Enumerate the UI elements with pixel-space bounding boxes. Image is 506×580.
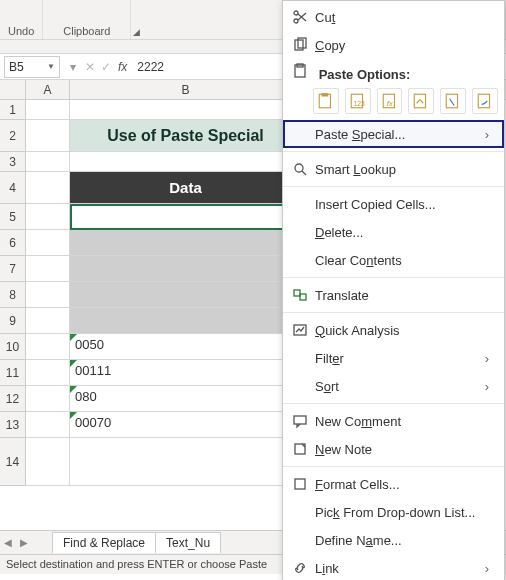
select-all-corner[interactable] xyxy=(0,80,26,99)
menu-label: Define Name... xyxy=(315,533,494,548)
paste-transpose-button[interactable] xyxy=(408,88,434,114)
menu-new-comment[interactable]: New Comment xyxy=(283,407,504,435)
tab-nav-prev-icon[interactable]: ◀ xyxy=(0,537,16,548)
menu-format-cells[interactable]: Format Cells... xyxy=(283,470,504,498)
svg-rect-12 xyxy=(415,94,426,108)
menu-cut[interactable]: Cut xyxy=(283,3,504,31)
menu-label: Delete... xyxy=(315,225,494,240)
menu-paste-special[interactable]: Paste Special... › xyxy=(283,120,504,148)
menu-delete[interactable]: Delete... xyxy=(283,218,504,246)
cell[interactable] xyxy=(70,152,302,172)
row-header[interactable]: 3 xyxy=(0,152,26,172)
menu-translate[interactable]: Translate xyxy=(283,281,504,309)
paste-values-button[interactable]: 123 xyxy=(345,88,371,114)
cell[interactable] xyxy=(26,230,70,256)
table-header-cell[interactable]: Data xyxy=(70,172,302,204)
menu-label: Cut xyxy=(315,10,494,25)
chevron-right-icon: › xyxy=(480,351,494,366)
menu-sort[interactable]: Sort › xyxy=(283,372,504,400)
dialog-launcher-icon[interactable]: ◢ xyxy=(131,27,142,37)
svg-rect-16 xyxy=(294,290,300,296)
row-header[interactable]: 12 xyxy=(0,386,26,412)
svg-rect-13 xyxy=(446,94,457,108)
context-menu: Cut Copy Paste Options: 123 fx Paste Spe… xyxy=(282,0,505,580)
row-header[interactable]: 8 xyxy=(0,282,26,308)
note-icon xyxy=(289,441,311,457)
menu-filter[interactable]: Filter › xyxy=(283,344,504,372)
paste-formulas-button[interactable]: fx xyxy=(377,88,403,114)
cell[interactable] xyxy=(26,412,70,438)
title-cell[interactable]: Use of Paste Special xyxy=(70,120,302,152)
menu-quick-analysis[interactable]: Quick Analysis xyxy=(283,316,504,344)
menu-label: Quick Analysis xyxy=(315,323,494,338)
menu-label: Insert Copied Cells... xyxy=(315,197,494,212)
enter-icon[interactable]: ✓ xyxy=(98,60,114,74)
row-header[interactable]: 10 xyxy=(0,334,26,360)
row-header[interactable]: 11 xyxy=(0,360,26,386)
paste-all-button[interactable] xyxy=(313,88,339,114)
cell[interactable] xyxy=(26,172,70,204)
cell[interactable] xyxy=(70,308,302,334)
menu-pick-list[interactable]: Pick From Drop-down List... xyxy=(283,498,504,526)
chevron-right-icon: › xyxy=(480,127,494,142)
paste-formatting-button[interactable] xyxy=(440,88,466,114)
menu-new-note[interactable]: New Note xyxy=(283,435,504,463)
menu-label: Clear Contents xyxy=(315,253,494,268)
cell[interactable] xyxy=(26,152,70,172)
menu-label: Copy xyxy=(315,38,494,53)
menu-link[interactable]: Link › xyxy=(283,554,504,580)
chevron-down-icon[interactable]: ▼ xyxy=(47,62,55,71)
menu-label: New Comment xyxy=(315,414,494,429)
row-header[interactable]: 1 xyxy=(0,100,26,120)
active-cell[interactable] xyxy=(70,204,302,230)
row-header[interactable]: 6 xyxy=(0,230,26,256)
row-header[interactable]: 7 xyxy=(0,256,26,282)
col-header-a[interactable]: A xyxy=(26,80,70,99)
cancel-icon[interactable]: ✕ xyxy=(82,60,98,74)
cell[interactable] xyxy=(26,308,70,334)
cell[interactable] xyxy=(26,120,70,152)
fx-icon[interactable]: fx xyxy=(114,60,131,74)
tab-text-num[interactable]: Text_Nu xyxy=(155,532,221,553)
ribbon-label-undo: Undo xyxy=(8,25,34,37)
menu-copy[interactable]: Copy xyxy=(283,31,504,59)
row-header[interactable]: 9 xyxy=(0,308,26,334)
cell[interactable] xyxy=(70,100,302,120)
paste-link-button[interactable] xyxy=(472,88,498,114)
row-header[interactable]: 4 xyxy=(0,172,26,204)
cell[interactable] xyxy=(26,256,70,282)
cell[interactable] xyxy=(26,204,70,230)
menu-define-name[interactable]: Define Name... xyxy=(283,526,504,554)
menu-smart-lookup[interactable]: Smart Lookup xyxy=(283,155,504,183)
row-header[interactable]: 14 xyxy=(0,438,26,486)
tab-nav-next-icon[interactable]: ▶ xyxy=(16,537,32,548)
cell[interactable] xyxy=(70,282,302,308)
cell[interactable] xyxy=(26,386,70,412)
col-header-b[interactable]: B xyxy=(70,80,302,99)
name-box[interactable]: B5 ▼ xyxy=(4,56,60,78)
cell[interactable] xyxy=(26,100,70,120)
cell[interactable] xyxy=(70,256,302,282)
row-header[interactable]: 2 xyxy=(0,120,26,152)
cell[interactable] xyxy=(70,438,302,486)
menu-clear-contents[interactable]: Clear Contents xyxy=(283,246,504,274)
svg-point-0 xyxy=(294,19,298,23)
menu-label: Smart Lookup xyxy=(315,162,494,177)
cell[interactable]: 0050 xyxy=(70,334,302,360)
row-header[interactable]: 5 xyxy=(0,204,26,230)
cell[interactable] xyxy=(26,334,70,360)
namebox-history-icon[interactable]: ▾ xyxy=(64,60,82,74)
cell[interactable]: 080 xyxy=(70,386,302,412)
cell[interactable] xyxy=(26,438,70,486)
menu-insert-copied[interactable]: Insert Copied Cells... xyxy=(283,190,504,218)
cell[interactable]: 00111 xyxy=(70,360,302,386)
cell[interactable] xyxy=(26,360,70,386)
paste-options-heading: Paste Options: xyxy=(283,59,504,84)
row-header[interactable]: 13 xyxy=(0,412,26,438)
cell[interactable] xyxy=(70,230,302,256)
svg-point-15 xyxy=(295,164,303,172)
cell[interactable]: 00070 xyxy=(70,412,302,438)
ribbon-label-clipboard: Clipboard xyxy=(51,25,122,37)
cell[interactable] xyxy=(26,282,70,308)
tab-find-replace[interactable]: Find & Replace xyxy=(52,532,156,553)
